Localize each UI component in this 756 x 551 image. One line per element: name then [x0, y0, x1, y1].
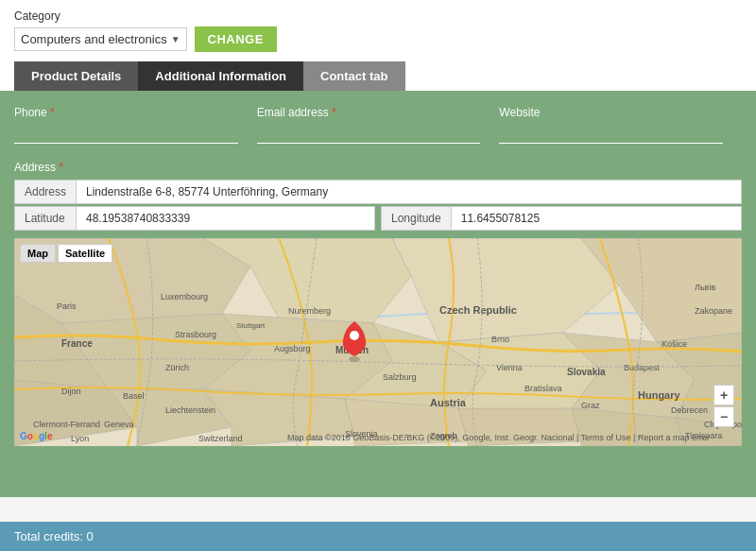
tab-additional-information[interactable]: Additional Information	[138, 61, 303, 91]
website-label: Website	[499, 106, 723, 119]
svg-text:Zakopane: Zakopane	[695, 306, 732, 316]
lat-lng-row: Latitude Longitude	[14, 206, 742, 231]
longitude-field-row: Longitude	[381, 206, 742, 231]
svg-text:Hungary: Hungary	[638, 389, 681, 401]
svg-text:Lyon: Lyon	[71, 434, 89, 443]
address-section: Address * Address Latitude Longitude	[14, 161, 742, 231]
main-panel: Phone * Email address * Website Address …	[0, 91, 756, 497]
svg-text:Czech Republic: Czech Republic	[439, 304, 517, 316]
address-field-row: Address	[14, 180, 742, 204]
category-label: Category	[14, 9, 742, 23]
footer-bar: Total credits: 0	[0, 522, 756, 551]
svg-text:Salzburg: Salzburg	[383, 372, 417, 382]
svg-text:Bratislava: Bratislava	[524, 384, 562, 393]
google-logo: Google	[20, 431, 52, 441]
svg-text:Nuremberg: Nuremberg	[288, 306, 331, 316]
website-field-group: Website	[499, 106, 742, 144]
svg-text:Košice: Košice	[662, 339, 687, 349]
top-section: Category Computers and electronics ▼ CHA…	[0, 0, 756, 91]
svg-point-54	[350, 331, 359, 340]
map-attribution: Map data ©2016 GeoBasis-DE/BKG (©2009), …	[287, 433, 710, 442]
email-field-group: Email address *	[257, 106, 500, 144]
map-view-button[interactable]: Map	[20, 244, 56, 263]
latitude-input[interactable]	[77, 207, 374, 230]
svg-point-53	[349, 356, 360, 362]
svg-text:Clermont-Ferrand: Clermont-Ferrand	[33, 420, 100, 429]
email-required-star: *	[329, 106, 336, 119]
svg-text:Debrecen: Debrecen	[671, 405, 708, 415]
svg-text:Brno: Brno	[491, 335, 509, 344]
tab-product-details[interactable]: Product Details	[14, 61, 138, 91]
svg-text:Paris: Paris	[57, 301, 77, 311]
svg-text:Zürich: Zürich	[165, 363, 189, 372]
map-controls: Map Satellite	[20, 244, 112, 263]
latitude-field-row: Latitude	[14, 206, 375, 231]
svg-text:Strasbourg: Strasbourg	[175, 330, 216, 339]
svg-text:Stuttgart: Stuttgart	[236, 321, 266, 330]
svg-text:Львів: Львів	[695, 283, 715, 292]
email-input[interactable]	[257, 123, 481, 144]
latitude-key: Latitude	[15, 207, 77, 230]
svg-text:Budapest: Budapest	[624, 363, 661, 372]
longitude-key: Longitude	[382, 207, 452, 230]
total-credits-text: Total credits: 0	[14, 529, 94, 543]
phone-field-group: Phone *	[14, 106, 257, 144]
category-select[interactable]: Computers and electronics ▼	[14, 27, 187, 51]
svg-text:Austria: Austria	[430, 397, 467, 408]
category-selected-value: Computers and electronics	[21, 32, 167, 46]
svg-text:Graz: Graz	[581, 401, 600, 410]
fields-row: Phone * Email address * Website	[14, 106, 742, 144]
satellite-view-button[interactable]: Satellite	[58, 244, 112, 263]
svg-text:Vienna: Vienna	[496, 363, 523, 372]
change-button[interactable]: CHANGE	[195, 26, 277, 52]
svg-text:France: France	[61, 338, 93, 349]
address-key: Address	[15, 181, 77, 203]
svg-text:Liechtenstein: Liechtenstein	[165, 405, 215, 415]
phone-label: Phone *	[14, 106, 238, 119]
svg-text:Dijon: Dijon	[61, 387, 81, 396]
phone-input[interactable]	[14, 123, 238, 144]
map-container: Paris Luxembourg Strasbourg Stuttgart Au…	[14, 238, 742, 446]
zoom-in-button[interactable]: +	[713, 385, 734, 405]
svg-text:Slovakia: Slovakia	[567, 367, 606, 377]
chevron-down-icon: ▼	[171, 34, 180, 44]
address-required-star: *	[56, 161, 63, 174]
map-zoom-controls: + −	[713, 385, 734, 427]
address-label: Address *	[14, 161, 742, 174]
svg-text:Luxembourg: Luxembourg	[161, 292, 208, 301]
category-row: Computers and electronics ▼ CHANGE	[14, 26, 742, 61]
zoom-out-button[interactable]: −	[713, 406, 734, 427]
svg-text:Augsburg: Augsburg	[274, 344, 311, 353]
svg-text:Switzerland: Switzerland	[198, 434, 243, 443]
tab-contact[interactable]: Contact tab	[303, 61, 405, 91]
email-label: Email address *	[257, 106, 481, 119]
website-input[interactable]	[499, 123, 723, 144]
longitude-input[interactable]	[452, 207, 741, 230]
svg-text:Basel: Basel	[123, 391, 145, 401]
map-svg: Paris Luxembourg Strasbourg Stuttgart Au…	[14, 238, 742, 446]
svg-text:Geneva: Geneva	[104, 420, 134, 429]
address-value-input[interactable]	[77, 181, 741, 203]
phone-required-star: *	[47, 106, 55, 119]
tabs-row: Product Details Additional Information C…	[14, 61, 742, 91]
